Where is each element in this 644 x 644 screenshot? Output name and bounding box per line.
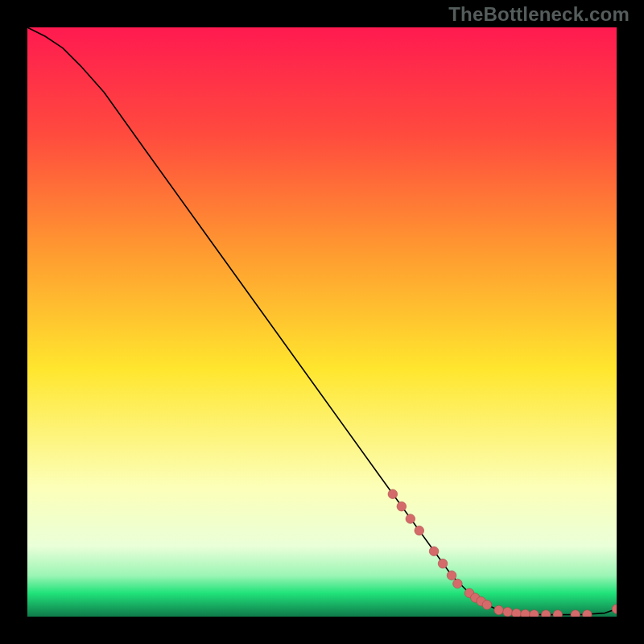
data-point: [397, 502, 407, 511]
chart-svg: [27, 27, 617, 617]
watermark-text: TheBottleneck.com: [448, 3, 630, 26]
data-point: [388, 489, 398, 499]
data-point: [406, 514, 415, 524]
data-point: [512, 609, 522, 617]
plot-area: [27, 27, 617, 617]
data-point: [503, 607, 513, 617]
data-point: [521, 609, 530, 617]
chart-stage: TheBottleneck.com: [0, 0, 644, 644]
data-point: [453, 579, 463, 588]
data-point: [429, 547, 439, 556]
data-point: [530, 610, 539, 617]
data-point: [447, 571, 456, 580]
gradient-background: [27, 27, 617, 617]
data-point: [494, 605, 504, 615]
data-point: [415, 526, 424, 535]
data-point: [482, 601, 492, 610]
data-point: [583, 610, 592, 617]
data-point: [438, 559, 448, 568]
